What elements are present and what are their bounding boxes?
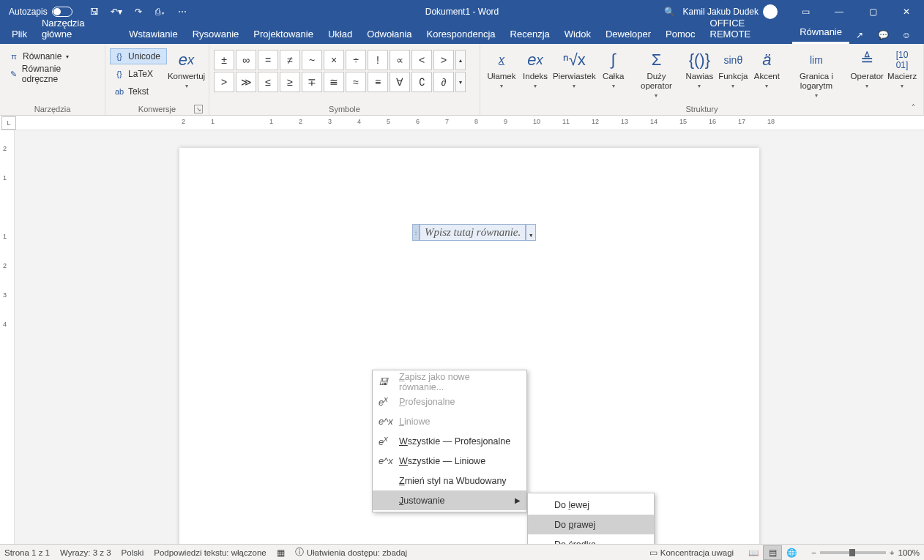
tab-layout[interactable]: Układ [321,25,359,44]
dialog-launcher-icon[interactable]: ↘ [194,105,203,113]
status-words[interactable]: Wyrazy: 3 z 3 [60,548,111,557]
tab-view[interactable]: Widok [557,25,598,44]
tab-insert[interactable]: Wstawianie [122,25,185,44]
minimize-button[interactable]: — [824,0,854,23]
qat-customize-icon[interactable]: ⋯ [174,3,191,20]
maximize-button[interactable]: ▢ [858,0,887,23]
text-button[interactable]: abTekst [110,83,167,100]
symbol-partial[interactable]: ∂ [433,72,454,92]
submenu-left[interactable]: Do lewej [528,495,654,515]
symbol-divide[interactable]: ÷ [346,50,366,70]
symbol-gte[interactable]: ≥ [280,72,300,92]
menu-save-new-equation[interactable]: 🖫Zapisz jako nowe równanie... [373,372,526,392]
ruler-corner-icon[interactable]: L [1,116,16,130]
status-focus-mode[interactable]: ▭Koncentracja uwagi [649,548,734,558]
symbol-factorial[interactable]: ! [368,50,388,70]
ink-equation-button[interactable]: ✎Równanie odręczne [4,66,100,82]
symbol-tilde[interactable]: ~ [302,50,322,70]
symbol-approx[interactable]: ≈ [346,72,366,92]
operator-button[interactable]: ≜Operator▾ [849,45,885,89]
symbol-forall[interactable]: ∀ [390,72,410,92]
collapse-ribbon-icon[interactable]: ˄ [906,102,920,112]
script-button[interactable]: exIndeks▾ [518,45,552,89]
symbol-muchgreater[interactable]: ≫ [236,72,256,92]
limit-log-button[interactable]: limGranica i logarytm▾ [783,45,849,99]
horizontal-ruler[interactable]: 21123456789101112131415161718 [21,116,924,130]
symbol-infinity[interactable]: ∞ [236,50,256,70]
share-icon[interactable]: ↗ [849,26,870,44]
convert-button[interactable]: ex Konwertuj ▾ [168,45,204,89]
accent-button[interactable]: äAkcent▾ [750,45,783,89]
tab-equation[interactable]: Równanie [792,23,849,44]
equation-handle-icon[interactable]: ⋮ [412,224,420,241]
symbol-greater[interactable]: > [433,50,454,70]
view-print-layout[interactable]: ▤ [763,545,782,560]
close-button[interactable]: ✕ [892,0,921,23]
symbol-notequal[interactable]: ≠ [280,50,300,70]
tab-help[interactable]: Pomoc [658,25,702,44]
comments-icon[interactable]: 💬 [873,26,893,44]
symbol-complement[interactable]: ∁ [411,72,432,92]
group-conversions-label: Konwersje↘ [110,105,204,115]
symbol-mp[interactable]: ∓ [302,72,322,92]
radical-button[interactable]: ⁿ√xPierwiastek▾ [552,45,597,89]
search-icon[interactable]: 🔍 [661,3,679,20]
view-web-layout[interactable]: 🌐 [782,545,801,560]
matrix-button[interactable]: [1001]Macierz▾ [885,45,919,89]
function-button[interactable]: sinθFunkcja▾ [716,45,750,89]
feedback-smile-icon[interactable]: ☺ [896,26,917,44]
menu-change-style[interactable]: Zmień styl na Wbudowany [373,471,526,490]
status-page[interactable]: Strona 1 z 1 [4,548,50,557]
fraction-button[interactable]: xUłamek▾ [485,45,518,89]
status-language[interactable]: Polski [122,548,144,557]
tab-references[interactable]: Odwołania [359,25,419,44]
equation-box[interactable]: ⋮ Wpisz tutaj równanie. ▼ [412,224,536,241]
submenu-right[interactable]: Do prawej [528,515,654,534]
menu-linear[interactable]: e^xLiniowe [373,411,526,431]
tab-office-remote[interactable]: OFFICE REMOTE [703,14,793,44]
view-read-mode[interactable]: 📖 [744,545,763,560]
gallery-scroll-up[interactable]: ▴ [455,50,466,70]
zoom-slider[interactable] [820,551,886,554]
symbol-gt2[interactable]: > [214,72,234,92]
tab-review[interactable]: Recenzja [503,25,557,44]
unicode-button[interactable]: {}Unicode [110,48,167,64]
symbol-lte[interactable]: ≤ [258,72,278,92]
bracket-button[interactable]: {()}Nawias▾ [682,45,716,89]
symbol-times[interactable]: × [324,50,344,70]
vertical-ruler[interactable]: 211234 [0,130,15,559]
redo-icon[interactable]: ↷ [130,3,147,20]
large-operator-button[interactable]: ΣDuży operator▾ [630,45,683,99]
equation-placeholder[interactable]: Wpisz tutaj równanie. [420,224,526,241]
group-tools-label: Narzędzia [4,105,100,115]
zoom-out-button[interactable]: − [811,548,816,557]
symbol-congruent[interactable]: ≅ [324,72,344,92]
tab-mailings[interactable]: Korespondencja [420,25,503,44]
tab-design[interactable]: Projektowanie [246,25,321,44]
tab-draw[interactable]: Rysowanie [185,25,247,44]
symbol-plusminus[interactable]: ± [214,50,234,70]
zoom-in-button[interactable]: + [890,548,895,557]
menu-justification[interactable]: Justowanie▶ [373,490,526,510]
latex-button[interactable]: {}LaTeX [110,66,167,82]
equation-options-dropdown[interactable]: ▼ [526,224,536,241]
quickprint-icon[interactable]: ⎙▾ [152,3,169,20]
gallery-expand[interactable]: ▾ [455,72,466,92]
menu-all-professional[interactable]: exWszystkie — Profesjonalne [373,431,526,451]
status-text-predictions[interactable]: Podpowiedzi tekstu: włączone [154,548,266,557]
menu-all-linear[interactable]: e^xWszystkie — Liniowe [373,451,526,471]
symbol-ident[interactable]: ≡ [368,72,388,92]
tab-developer[interactable]: Deweloper [598,25,658,44]
tab-home[interactable]: Narzędzia główne [34,14,122,44]
menu-professional[interactable]: exProfesjonalne [373,392,526,411]
ribbon-display-icon[interactable]: ▭ [791,0,820,23]
equation-button[interactable]: πRównanie▾ [4,48,100,64]
symbol-less[interactable]: < [411,50,432,70]
symbol-propto[interactable]: ∝ [390,50,410,70]
status-accessibility[interactable]: ⓘUłatwienia dostępu: zbadaj [295,547,407,558]
status-macro-icon[interactable]: ▦ [277,548,285,558]
integral-button[interactable]: ∫Całka▾ [597,45,630,89]
zoom-level[interactable]: 100% [898,548,920,557]
tab-file[interactable]: Plik [4,25,34,44]
symbol-equals[interactable]: = [258,50,278,70]
